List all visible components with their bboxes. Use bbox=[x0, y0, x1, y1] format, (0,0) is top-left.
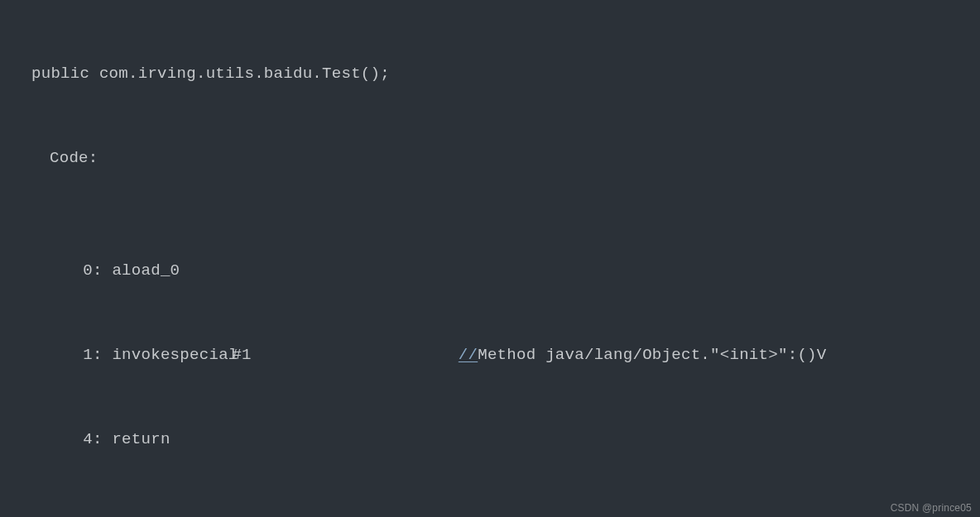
code-block: public com.irving.utils.baidu.Test(); Co… bbox=[0, 0, 980, 517]
watermark-text: CSDN @prince05 bbox=[891, 502, 972, 514]
code-label: Code: bbox=[0, 144, 980, 172]
bytecode-line: 0: aload_0 bbox=[0, 256, 980, 285]
bytecode-line: 1: invokespecial#1// Method java/lang/Ob… bbox=[0, 341, 980, 369]
bytecode-line: 4: return bbox=[0, 425, 980, 453]
comment-slashes: // bbox=[459, 341, 478, 369]
method-signature: public com.irving.utils.baidu.Test(); bbox=[0, 60, 980, 88]
